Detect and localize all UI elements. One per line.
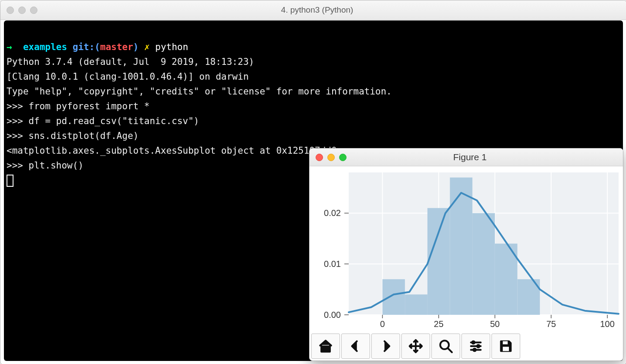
svg-point-34 [477, 345, 480, 347]
term-line: >>> plt.show() [7, 160, 84, 171]
zoom-button[interactable] [431, 334, 460, 359]
home-button[interactable] [311, 334, 340, 359]
zoom-icon[interactable] [30, 7, 37, 14]
terminal-titlebar: 4. python3 (Python) [0, 0, 626, 20]
svg-text:0: 0 [380, 319, 385, 329]
svg-rect-11 [427, 208, 450, 315]
svg-rect-12 [450, 178, 473, 315]
magnifier-icon [438, 339, 453, 354]
close-icon[interactable] [7, 7, 14, 14]
figure-title: Figure 1 [347, 152, 593, 162]
svg-text:100: 100 [600, 319, 614, 329]
svg-text:0.00: 0.00 [324, 310, 341, 320]
back-button[interactable] [341, 334, 370, 359]
configure-button[interactable] [461, 334, 490, 359]
prompt-branch: master [100, 42, 133, 52]
figure-titlebar[interactable]: Figure 1 [310, 148, 623, 166]
arrow-left-icon [348, 339, 363, 354]
term-line: [Clang 10.0.1 (clang-1001.0.46.4)] on da… [7, 71, 249, 82]
traffic-lights [316, 154, 347, 161]
forward-button[interactable] [371, 334, 400, 359]
arrow-right-icon [378, 339, 393, 354]
prompt-cwd: examples [23, 42, 67, 52]
term-line: >>> from pyforest import * [7, 101, 150, 111]
term-line: >>> sns.distplot(df.Age) [7, 131, 138, 141]
svg-text:25: 25 [434, 319, 444, 329]
prompt-command: python [155, 42, 188, 52]
prompt-arrow-icon: → [7, 42, 12, 52]
pan-button[interactable] [401, 334, 430, 359]
traffic-lights-inactive [7, 7, 37, 14]
move-icon [408, 339, 423, 354]
prompt-paren-close: ) [133, 42, 139, 52]
prompt-dirty-icon: ✗ [144, 42, 150, 52]
svg-rect-13 [472, 213, 495, 315]
svg-text:0.02: 0.02 [324, 208, 341, 218]
svg-text:0.01: 0.01 [324, 259, 341, 269]
svg-rect-36 [503, 341, 508, 344]
svg-text:75: 75 [546, 319, 556, 329]
minimize-icon[interactable] [18, 7, 26, 14]
sliders-icon [468, 339, 483, 354]
svg-point-35 [473, 349, 476, 351]
svg-rect-9 [383, 279, 405, 315]
prompt-git-label: git: [73, 42, 95, 52]
svg-rect-37 [503, 347, 509, 351]
home-icon [318, 339, 333, 354]
save-button[interactable] [491, 334, 520, 359]
svg-point-33 [472, 341, 475, 344]
svg-rect-10 [405, 294, 427, 315]
minimize-icon[interactable] [327, 154, 335, 161]
floppy-icon [498, 339, 513, 354]
prompt-paren-open: ( [94, 42, 100, 52]
term-line: Type "help", "copyright", "credits" or "… [7, 86, 392, 97]
zoom-icon[interactable] [339, 154, 347, 161]
distplot-chart: 0.000.010.020255075100 [310, 166, 623, 332]
svg-text:50: 50 [490, 319, 500, 329]
term-line: Python 3.7.4 (default, Jul 9 2019, 18:13… [7, 57, 254, 67]
close-icon[interactable] [316, 154, 323, 161]
figure-canvas[interactable]: 0.000.010.020255075100 [310, 166, 623, 332]
term-line: <matplotlib.axes._subplots.AxesSubplot o… [7, 145, 342, 156]
cursor-icon [7, 175, 13, 187]
figure-toolbar [311, 334, 520, 359]
terminal-title: 4. python3 (Python) [37, 5, 597, 15]
figure-window: Figure 1 0.000.010.020255075100 [309, 148, 623, 361]
term-line: >>> df = pd.read_csv("titanic.csv") [7, 116, 199, 126]
